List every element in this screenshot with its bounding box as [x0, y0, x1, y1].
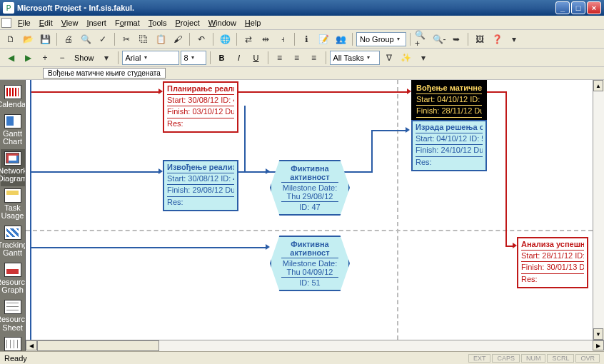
- status-scrl: SCRL: [547, 354, 574, 363]
- scroll-thumb[interactable]: [37, 340, 159, 351]
- task-node-izrada[interactable]: Израда решења о промени с Start: 04/10/1…: [411, 120, 487, 171]
- status-caps: CAPS: [492, 354, 520, 363]
- scroll-up-button[interactable]: ▲: [593, 80, 603, 91]
- task-node-plan[interactable]: Планирање реализације сту Start: 30/08/1…: [163, 81, 238, 133]
- underline-button[interactable]: U: [248, 50, 264, 66]
- task-notes-button[interactable]: 📝: [316, 31, 331, 47]
- horizontal-scrollbar[interactable]: ◀ ▶: [26, 340, 604, 351]
- scroll-down-button[interactable]: ▼: [593, 328, 603, 340]
- format-painter-button[interactable]: 🖌: [170, 31, 186, 47]
- status-ext: EXT: [468, 354, 491, 363]
- align-center-button[interactable]: ≡: [289, 50, 305, 66]
- task-usage-icon: [4, 188, 21, 203]
- menu-edit[interactable]: Edit: [35, 17, 57, 29]
- copy-picture-button[interactable]: 🖼: [472, 31, 488, 47]
- statusbar: Ready EXT CAPS NUM SCRL OVR: [0, 351, 604, 364]
- scroll-left-button[interactable]: ◀: [26, 340, 37, 350]
- view-resource-graph[interactable]: Resource Graph: [1, 261, 25, 298]
- zoom-in-button[interactable]: 🔍+: [414, 31, 430, 47]
- toolbar-options-button[interactable]: ▾: [506, 31, 522, 47]
- outdent-button[interactable]: ◀: [3, 50, 19, 66]
- milestone-node-fikt2[interactable]: Фиктивна активност Milestone Date: Thu 0…: [270, 236, 350, 291]
- task-node-izvodjenje[interactable]: Извођење реализације студ Start: 30/08/1…: [163, 160, 238, 211]
- scroll-right-button[interactable]: ▶: [593, 340, 604, 350]
- align-left-button[interactable]: ≡: [272, 50, 288, 66]
- view-task-usage[interactable]: Task Usage: [1, 186, 25, 223]
- gantt-icon: [4, 114, 21, 128]
- view-resource-sheet[interactable]: Resource Sheet: [1, 298, 25, 335]
- vertical-scrollbar[interactable]: ▲ ▼: [593, 80, 604, 340]
- entry-bar: Вођење матичне књиге студената: [0, 67, 604, 80]
- cut-button[interactable]: ✂: [119, 31, 134, 47]
- menu-help[interactable]: Help: [241, 17, 266, 29]
- network-diagram-canvas[interactable]: Планирање реализације сту Start: 30/08/1…: [26, 80, 604, 351]
- close-button[interactable]: ×: [587, 1, 601, 14]
- paste-button[interactable]: 📋: [153, 31, 168, 47]
- status-text: Ready: [4, 354, 467, 363]
- filter-combo[interactable]: All Tasks▾: [330, 51, 380, 65]
- office-assistant-button[interactable]: ❓: [489, 31, 505, 47]
- calendar-icon: [4, 85, 21, 99]
- gantt-wizard-button[interactable]: ✨: [398, 50, 414, 66]
- unlink-tasks-button[interactable]: ⇹: [258, 31, 273, 47]
- status-ovr: OVR: [575, 354, 600, 363]
- view-network-diagram[interactable]: Network Diagram: [1, 149, 25, 186]
- font-combo[interactable]: Arial▾: [122, 51, 179, 65]
- hide-subtasks-button[interactable]: −: [54, 50, 70, 66]
- menu-tools[interactable]: Tools: [144, 17, 171, 29]
- menu-file[interactable]: File: [14, 17, 35, 29]
- show-label: Show: [71, 54, 97, 62]
- resource-sheet-icon: [4, 300, 21, 314]
- spelling-button[interactable]: ✓: [95, 31, 111, 47]
- task-info-button[interactable]: ℹ: [298, 31, 314, 47]
- minimize-button[interactable]: _: [555, 1, 570, 14]
- open-button[interactable]: 📂: [20, 31, 36, 47]
- resource-usage-icon: [4, 337, 21, 351]
- menu-format[interactable]: Format: [111, 17, 144, 29]
- view-calendar[interactable]: Calendar: [1, 83, 25, 112]
- view-gantt-chart[interactable]: Gantt Chart: [1, 112, 25, 149]
- print-button[interactable]: 🖨: [61, 31, 76, 47]
- print-preview-button[interactable]: 🔍: [78, 31, 94, 47]
- copy-button[interactable]: ⿻: [136, 31, 151, 47]
- show-dropdown-button[interactable]: ▾: [99, 50, 114, 66]
- insert-hyperlink-button[interactable]: 🌐: [217, 31, 233, 47]
- formatting-toolbar-options-button[interactable]: ▾: [416, 50, 431, 66]
- window-title: Microsoft Project - Inf.sis.fakul.: [17, 3, 555, 13]
- group-by-combo[interactable]: No Group▾: [356, 32, 406, 46]
- link-tasks-button[interactable]: ⇄: [241, 31, 256, 47]
- view-tracking-gantt[interactable]: Tracking Gantt: [1, 223, 25, 261]
- font-size-combo[interactable]: 8▾: [181, 51, 206, 65]
- menu-window[interactable]: Window: [204, 17, 241, 29]
- standard-toolbar: 🗋 📂 💾 🖨 🔍 ✓ ✂ ⿻ 📋 🖌 ↶ 🌐 ⇄ ⇹ ⫞ ℹ 📝 👥 No G…: [0, 30, 604, 49]
- formatting-toolbar: ◀ ▶ + − Show ▾ Arial▾ 8▾ B I U ≡ ≡ ≡ All…: [0, 49, 604, 67]
- split-task-button[interactable]: ⫞: [275, 31, 291, 47]
- autofilter-button[interactable]: ∇: [381, 50, 397, 66]
- app-icon: P: [3, 2, 14, 14]
- menu-project[interactable]: Project: [171, 17, 203, 29]
- network-icon: [4, 151, 21, 166]
- view-bar: Calendar Gantt Chart Network Diagram Tas…: [0, 80, 26, 351]
- menu-view[interactable]: View: [57, 17, 83, 29]
- milestone-node-fikt1[interactable]: Фиктивна активност Milestone Date: Thu 2…: [270, 160, 350, 216]
- bold-button[interactable]: B: [214, 50, 230, 66]
- italic-button[interactable]: I: [231, 50, 247, 66]
- assign-resources-button[interactable]: 👥: [333, 31, 348, 47]
- goto-selected-task-button[interactable]: ➥: [448, 31, 464, 47]
- undo-button[interactable]: ↶: [193, 31, 209, 47]
- show-subtasks-button[interactable]: +: [37, 50, 53, 66]
- menubar: File Edit View Insert Format Tools Proje…: [0, 16, 604, 30]
- maximize-button[interactable]: □: [571, 1, 585, 14]
- save-button[interactable]: 💾: [37, 31, 53, 47]
- view-resource-usage[interactable]: Resource Usage: [1, 335, 25, 351]
- align-right-button[interactable]: ≡: [306, 50, 322, 66]
- doc-system-icon[interactable]: [1, 18, 11, 28]
- status-num: NUM: [521, 354, 546, 363]
- indent-button[interactable]: ▶: [20, 50, 36, 66]
- entry-bar-text[interactable]: Вођење матичне књиге студената: [43, 68, 166, 79]
- zoom-out-button[interactable]: 🔍-: [431, 31, 447, 47]
- new-button[interactable]: 🗋: [3, 31, 19, 47]
- titlebar: P Microsoft Project - Inf.sis.fakul. _ □…: [0, 0, 604, 16]
- task-node-analiza[interactable]: Анализа успешности студира Start: 28/11/…: [517, 237, 588, 288]
- menu-insert[interactable]: Insert: [82, 17, 111, 29]
